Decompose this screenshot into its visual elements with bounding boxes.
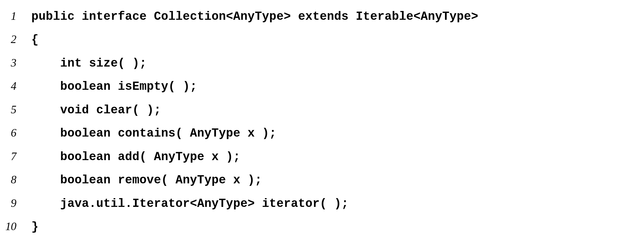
code-content: java.util.Iterator<AnyType> iterator( ); — [31, 192, 348, 215]
code-content: int size( ); — [31, 52, 147, 75]
code-line: 10 } — [0, 215, 644, 239]
line-number: 10 — [0, 215, 31, 238]
line-number: 1 — [0, 5, 31, 27]
line-number: 5 — [0, 99, 31, 121]
code-line: 6 boolean contains( AnyType x ); — [0, 122, 644, 145]
code-content: public interface Collection<AnyType> ext… — [31, 5, 478, 28]
code-content: boolean contains( AnyType x ); — [31, 122, 276, 145]
line-number: 7 — [0, 145, 31, 168]
line-number: 8 — [0, 169, 31, 191]
line-number: 6 — [0, 122, 31, 144]
code-line: 9 java.util.Iterator<AnyType> iterator( … — [0, 192, 644, 215]
line-number: 9 — [0, 192, 31, 214]
code-content: boolean remove( AnyType x ); — [31, 169, 262, 192]
code-line: 3 int size( ); — [0, 52, 644, 75]
code-line: 5 void clear( ); — [0, 99, 644, 122]
code-block: 1 public interface Collection<AnyType> e… — [0, 5, 644, 239]
code-content: boolean add( AnyType x ); — [31, 145, 240, 169]
code-content: { — [31, 28, 39, 51]
line-number: 2 — [0, 28, 31, 51]
code-content: boolean isEmpty( ); — [31, 75, 197, 98]
line-number: 3 — [0, 52, 31, 74]
code-content: } — [31, 215, 39, 239]
code-line: 7 boolean add( AnyType x ); — [0, 145, 644, 169]
code-line: 2 { — [0, 28, 644, 51]
code-line: 8 boolean remove( AnyType x ); — [0, 169, 644, 192]
code-line: 4 boolean isEmpty( ); — [0, 75, 644, 98]
line-number: 4 — [0, 75, 31, 97]
code-content: void clear( ); — [31, 99, 161, 122]
code-line: 1 public interface Collection<AnyType> e… — [0, 5, 644, 28]
